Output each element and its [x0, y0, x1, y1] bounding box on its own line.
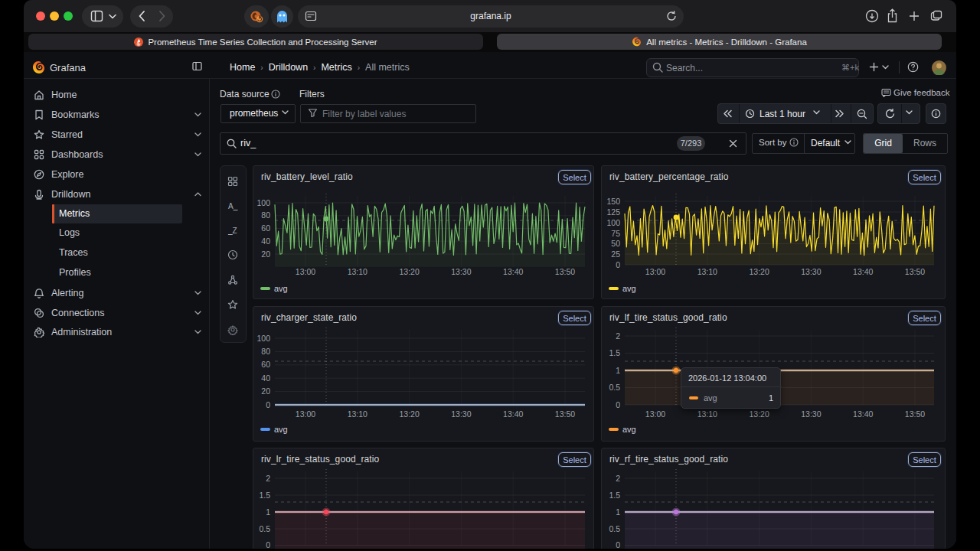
svg-text:13:30: 13:30	[801, 409, 821, 419]
svg-text:0: 0	[616, 260, 620, 269]
svg-text:avg: avg	[274, 284, 288, 293]
svg-text:100: 100	[606, 218, 620, 227]
svg-text:100: 100	[256, 334, 270, 343]
svg-text:13:20: 13:20	[399, 409, 419, 419]
svg-text:25: 25	[611, 249, 620, 259]
svg-text:13:00: 13:00	[296, 409, 315, 419]
svg-text:0: 0	[266, 400, 270, 409]
svg-text:13:00: 13:00	[645, 267, 665, 276]
svg-text:80: 80	[261, 347, 270, 356]
svg-text:20: 20	[261, 386, 270, 396]
svg-text:1.5: 1.5	[259, 491, 270, 500]
svg-text:0.5: 0.5	[259, 524, 270, 533]
svg-text:13:00: 13:00	[296, 267, 315, 276]
svg-text:13:10: 13:10	[697, 267, 717, 276]
svg-text:1: 1	[616, 366, 620, 375]
svg-text:13:20: 13:20	[399, 267, 419, 276]
svg-text:avg: avg	[274, 425, 288, 434]
svg-text:0: 0	[616, 540, 620, 549]
svg-text:1.5: 1.5	[609, 491, 620, 500]
svg-text:13:10: 13:10	[697, 409, 717, 419]
svg-text:1: 1	[616, 507, 620, 517]
svg-text:13:10: 13:10	[348, 409, 368, 419]
svg-text:60: 60	[261, 360, 270, 369]
svg-text:2: 2	[616, 331, 620, 341]
svg-text:2: 2	[616, 474, 620, 483]
svg-text:13:40: 13:40	[503, 267, 523, 276]
svg-text:13:20: 13:20	[749, 267, 769, 276]
svg-text:100: 100	[256, 198, 270, 207]
svg-text:avg: avg	[622, 425, 636, 434]
svg-text:80: 80	[261, 210, 270, 220]
svg-text:0: 0	[266, 540, 270, 549]
svg-text:13:50: 13:50	[905, 267, 925, 276]
svg-text:13:30: 13:30	[801, 267, 821, 276]
svg-text:13:10: 13:10	[348, 267, 368, 276]
svg-text:150: 150	[606, 197, 620, 206]
svg-text:125: 125	[606, 207, 620, 217]
svg-text:1.5: 1.5	[609, 348, 620, 357]
svg-text:13:50: 13:50	[555, 267, 575, 276]
svg-text:40: 40	[261, 236, 270, 246]
svg-text:75: 75	[611, 229, 620, 238]
svg-text:2: 2	[266, 474, 270, 483]
svg-text:50: 50	[611, 239, 620, 248]
svg-text:0.5: 0.5	[609, 524, 620, 533]
svg-text:13:20: 13:20	[749, 409, 769, 419]
svg-text:0: 0	[616, 400, 620, 409]
svg-text:20: 20	[261, 249, 270, 259]
svg-text:0.5: 0.5	[609, 383, 620, 392]
svg-text:13:30: 13:30	[451, 267, 471, 276]
svg-text:13:50: 13:50	[555, 409, 575, 419]
svg-text:13:40: 13:40	[853, 267, 873, 276]
svg-text:avg: avg	[622, 284, 636, 293]
svg-text:13:30: 13:30	[451, 409, 471, 419]
svg-text:60: 60	[261, 223, 270, 233]
svg-text:13:50: 13:50	[905, 409, 925, 419]
svg-text:40: 40	[261, 373, 270, 383]
svg-text:13:40: 13:40	[503, 409, 523, 419]
svg-text:13:00: 13:00	[645, 409, 665, 419]
svg-text:1: 1	[266, 507, 270, 517]
svg-text:13:40: 13:40	[853, 409, 873, 419]
